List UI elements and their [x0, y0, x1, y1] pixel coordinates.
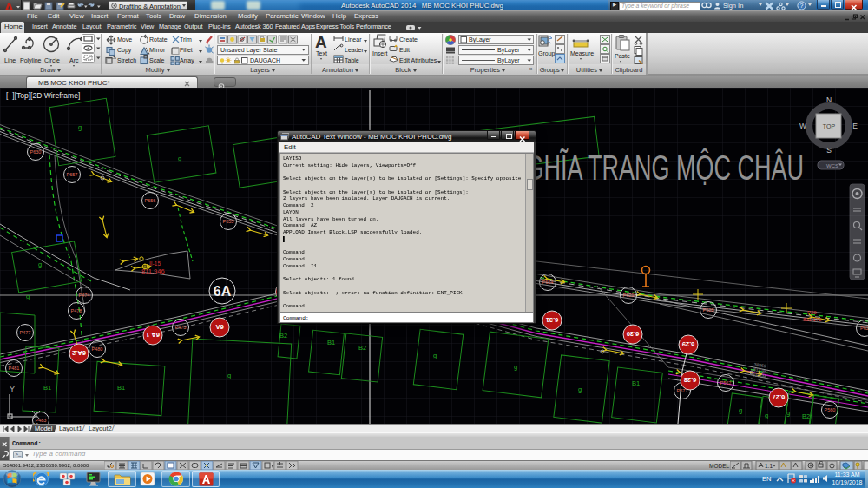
- svg-text:g: g: [514, 363, 517, 371]
- svg-text:P481: P481: [9, 366, 20, 371]
- svg-text:g: g: [78, 123, 82, 131]
- svg-text:6.28: 6.28: [684, 376, 697, 384]
- svg-text:TOP: TOP: [823, 123, 836, 129]
- svg-text:P480: P480: [92, 346, 103, 352]
- svg-text:N: N: [826, 96, 832, 104]
- svg-text:W: W: [799, 122, 806, 130]
- svg-text:Unsaved Layer State: Unsaved Layer State: [220, 47, 277, 54]
- svg-text:P655: P655: [223, 219, 234, 224]
- svg-text:P657: P657: [67, 172, 78, 177]
- svg-text:II-15: II-15: [149, 260, 161, 267]
- svg-text:g: g: [178, 155, 181, 162]
- svg-text:ByLayer: ByLayer: [469, 36, 491, 43]
- svg-text:P478: P478: [71, 308, 82, 313]
- svg-text:WCS: WCS: [826, 163, 838, 168]
- svg-text:g: g: [786, 409, 790, 417]
- svg-text:?: ?: [800, 3, 804, 9]
- svg-text:g: g: [739, 406, 742, 414]
- svg-text:6.30: 6.30: [627, 330, 640, 338]
- svg-text:B2: B2: [358, 344, 366, 352]
- svg-text:g: g: [578, 386, 582, 393]
- svg-text:6.29: 6.29: [682, 340, 695, 348]
- svg-text:g: g: [38, 260, 42, 268]
- svg-text:6.31: 6.31: [546, 316, 559, 324]
- svg-text:6A.2: 6A.2: [72, 349, 86, 357]
- svg-text:ByLayer: ByLayer: [497, 47, 520, 54]
- svg-text:P560: P560: [825, 407, 836, 412]
- svg-text:g: g: [227, 372, 231, 379]
- svg-text:DAUGACH: DAUGACH: [250, 57, 280, 63]
- svg-text:P473: P473: [175, 325, 187, 330]
- svg-text:NGHĨA TRANG MỘC CHÂU: NGHĨA TRANG MỘC CHÂU: [509, 148, 804, 187]
- svg-text:[−][Top][2D Wireframe]: [−][Top][2D Wireframe]: [6, 91, 80, 100]
- svg-text:6.27: 6.27: [773, 393, 786, 401]
- svg-text:6A: 6A: [214, 284, 232, 299]
- svg-text:P630: P630: [30, 149, 42, 155]
- svg-text:P562: P562: [720, 380, 732, 386]
- svg-text:P477: P477: [20, 330, 31, 335]
- svg-text:B1: B1: [327, 339, 335, 346]
- svg-text:ByLayer: ByLayer: [497, 57, 520, 64]
- svg-text:B1: B1: [117, 384, 125, 392]
- svg-text:P62: P62: [860, 326, 868, 331]
- svg-text:S: S: [826, 146, 832, 155]
- svg-text:6A: 6A: [215, 323, 224, 331]
- svg-text:g: g: [765, 412, 768, 419]
- svg-text:B2: B2: [802, 412, 810, 420]
- svg-text:B1: B1: [632, 379, 640, 387]
- svg-text:P474: P474: [79, 293, 90, 298]
- svg-text:B1: B1: [43, 384, 51, 392]
- svg-text:6A.1: 6A.1: [146, 331, 160, 339]
- svg-text:E: E: [852, 122, 858, 130]
- svg-text:P20: P20: [807, 310, 817, 315]
- svg-text:g: g: [26, 293, 30, 300]
- svg-text:g: g: [433, 352, 437, 359]
- svg-text:P656: P656: [145, 198, 156, 203]
- svg-text:811.172: 811.172: [803, 317, 822, 322]
- svg-text:B2: B2: [279, 332, 287, 340]
- svg-text:P628: P628: [703, 307, 714, 313]
- svg-text:P629: P629: [623, 293, 635, 298]
- svg-text:P654: P654: [542, 280, 554, 285]
- svg-text:1:1: 1:1: [765, 463, 773, 469]
- svg-text:Y: Y: [10, 385, 15, 393]
